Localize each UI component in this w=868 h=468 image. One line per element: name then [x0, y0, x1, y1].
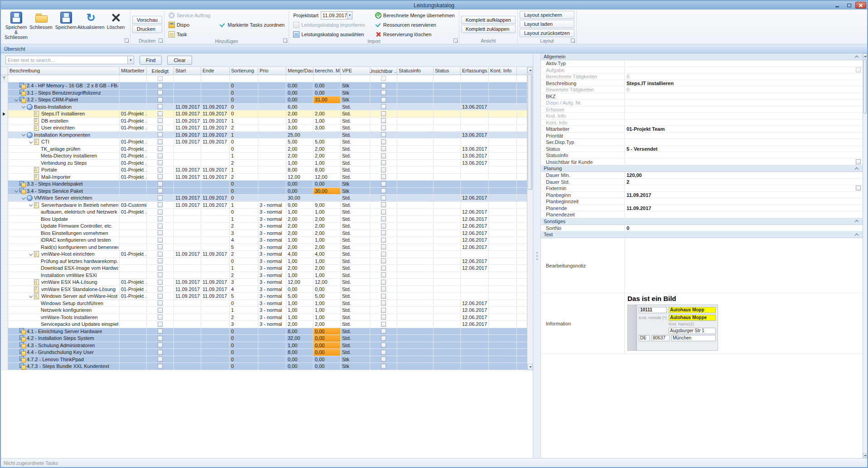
property-value[interactable]: [625, 133, 863, 139]
filter-cell[interactable]: [174, 75, 201, 82]
erledigt-checkbox[interactable]: [158, 329, 163, 334]
column-header[interactable]: Statusinfo: [397, 67, 434, 75]
scroll-up-button[interactable]: [863, 53, 867, 58]
expand-chevron-icon[interactable]: [14, 97, 19, 102]
filter-cell[interactable]: [370, 75, 397, 82]
section-header[interactable]: Sonstiges: [541, 218, 863, 225]
unsichtbar-checkbox[interactable]: [381, 287, 386, 291]
expand-chevron-icon[interactable]: [28, 251, 34, 257]
table-row[interactable]: Windows Setup durchführen03 - normal1,00…: [1, 300, 527, 307]
table-row[interactable]: User einrichten01-Projekt ...11.09.20171…: [1, 124, 527, 132]
save-button[interactable]: Speichern: [53, 10, 78, 40]
erledigt-checkbox[interactable]: [158, 322, 163, 327]
column-header[interactable]: Start: [174, 67, 201, 75]
unsichtbar-checkbox[interactable]: [381, 336, 386, 341]
property-checkbox[interactable]: [856, 159, 861, 164]
table-row[interactable]: Verbindung zu Steps01-Projekt ...21,001,…: [1, 160, 527, 167]
table-row[interactable]: Update Firmware Controller, etc.23 - nor…: [1, 223, 527, 230]
property-row[interactable]: Erfasser: [541, 106, 863, 113]
filter-cell[interactable]: [461, 75, 489, 82]
unsichtbar-checkbox[interactable]: [381, 132, 386, 137]
erledigt-checkbox[interactable]: [158, 272, 163, 277]
property-row[interactable]: Dauer Min.120,00: [541, 172, 863, 179]
erledigt-checkbox[interactable]: [158, 210, 163, 215]
property-row[interactable]: Planbeginn11.09.2017: [541, 192, 863, 199]
table-row[interactable]: Bios Update13 - normal2,002,00Std.12.06.…: [1, 216, 527, 223]
property-value[interactable]: 0: [625, 86, 863, 93]
property-row[interactable]: Priorität: [541, 133, 863, 139]
reserve-resources-button[interactable]: Ressourcen reservieren: [373, 20, 457, 29]
column-header[interactable]: Ende: [201, 67, 230, 75]
unsichtbar-checkbox[interactable]: [381, 252, 386, 257]
table-row[interactable]: vmWare ESX Standalone-Lösung01-Projekt .…: [1, 286, 527, 293]
delete-reservation-button[interactable]: Reservierung löschen: [373, 30, 457, 38]
erledigt-checkbox[interactable]: [158, 244, 163, 249]
erledigt-checkbox[interactable]: [158, 90, 163, 95]
unsichtbar-checkbox[interactable]: [381, 118, 386, 123]
erledigt-checkbox[interactable]: [158, 167, 163, 172]
property-value[interactable]: [625, 93, 863, 100]
property-row[interactable]: Planende11.09.2017: [541, 205, 863, 212]
column-header[interactable]: Status: [434, 67, 461, 75]
pane-splitter[interactable]: [533, 53, 541, 458]
table-row[interactable]: Steps.IT installieren01-Projekt ...11.09…: [1, 110, 527, 118]
filter-cell[interactable]: [120, 75, 147, 82]
property-row[interactable]: BKZ: [541, 93, 863, 100]
property-row[interactable]: Aktiv.Typ: [541, 60, 863, 67]
property-value[interactable]: [625, 119, 863, 126]
erledigt-checkbox[interactable]: [158, 97, 163, 102]
scroll-down-button[interactable]: [527, 364, 533, 370]
unsichtbar-checkbox[interactable]: [381, 167, 386, 172]
unsichtbar-checkbox[interactable]: [381, 301, 386, 306]
property-value[interactable]: [625, 67, 863, 73]
section-header[interactable]: Allgemein: [541, 53, 863, 60]
unsichtbar-checkbox[interactable]: [381, 258, 386, 263]
property-value[interactable]: [625, 139, 863, 145]
column-header[interactable]: Sortierung: [230, 67, 258, 75]
unsichtbar-checkbox[interactable]: [381, 210, 386, 215]
table-row[interactable]: 3.1 - Steps Benutzerzugriffslizenz00,000…: [1, 90, 527, 97]
assign-marked-tasks-button[interactable]: Markierte Tasks zuordnen: [217, 20, 287, 29]
table-row[interactable]: 3.2 - Steps CRM-Paket00,0031,00Stk: [1, 96, 527, 104]
table-row[interactable]: 4.2 - Installation Steps System032,000,0…: [1, 335, 527, 342]
section-header[interactable]: Planung: [541, 165, 863, 172]
table-row[interactable]: Netzwerk konfigurieren13 - normal1,001,0…: [1, 307, 527, 314]
maximize-button[interactable]: [844, 2, 854, 9]
load-layout-button[interactable]: Layout laden: [520, 20, 574, 28]
unsichtbar-checkbox[interactable]: [381, 146, 386, 151]
service-order-button[interactable]: Service Auftrag: [166, 11, 213, 19]
property-row[interactable]: Planendezeit: [541, 211, 863, 218]
filter-cell[interactable]: [258, 75, 286, 82]
collapse-all-button[interactable]: Komplett zuklappen: [461, 25, 516, 33]
property-row[interactable]: Berechnete Tätigkeiten0: [541, 73, 863, 80]
table-row[interactable]: 4.3 - Schulung Administratoren01,000,00S…: [1, 342, 527, 349]
unsichtbar-checkbox[interactable]: [381, 125, 386, 130]
erledigt-checkbox[interactable]: [158, 315, 163, 320]
select-catalog-button[interactable]: Leistungskatalog auswählen: [291, 30, 367, 38]
unsichtbar-checkbox[interactable]: [381, 196, 386, 201]
erledigt-checkbox[interactable]: [158, 83, 163, 88]
panel-scrollbar[interactable]: [863, 53, 867, 458]
property-row[interactable]: Fixtermin: [541, 185, 863, 192]
property-value[interactable]: 11.09.2017: [625, 205, 863, 211]
table-row[interactable]: vmWare ESX HA-Lösung01-Projekt ...11.09.…: [1, 279, 527, 286]
column-header[interactable]: Erfassungs...: [461, 67, 489, 75]
table-row[interactable]: Raid(s) konfigurieren und benennen53 - n…: [1, 244, 527, 251]
dialog-launcher-icon[interactable]: [283, 38, 288, 43]
table-row[interactable]: Installation Komponenten11.09.201711.09.…: [1, 132, 527, 139]
scrollbar-thumb[interactable]: [528, 74, 532, 190]
erledigt-checkbox[interactable]: [158, 308, 163, 313]
table-row[interactable]: 4.4 - Grundschulung Key User08,000,00Std…: [1, 349, 527, 356]
unsichtbar-checkbox[interactable]: [381, 160, 386, 165]
erledigt-checkbox[interactable]: [158, 111, 163, 116]
unsichtbar-checkbox[interactable]: [381, 188, 386, 193]
table-row[interactable]: vmWare-Tools installieren23 - normal1,00…: [1, 314, 527, 321]
column-header[interactable]: Erledigt: [147, 67, 174, 75]
minimize-button[interactable]: [832, 2, 843, 9]
unsichtbar-checkbox[interactable]: [381, 90, 386, 95]
date-dropdown-icon[interactable]: ▼: [347, 12, 352, 19]
clear-button[interactable]: Clear: [167, 56, 192, 65]
erledigt-checkbox[interactable]: [158, 280, 163, 285]
property-value[interactable]: [625, 198, 863, 205]
erledigt-checkbox[interactable]: [158, 174, 163, 179]
